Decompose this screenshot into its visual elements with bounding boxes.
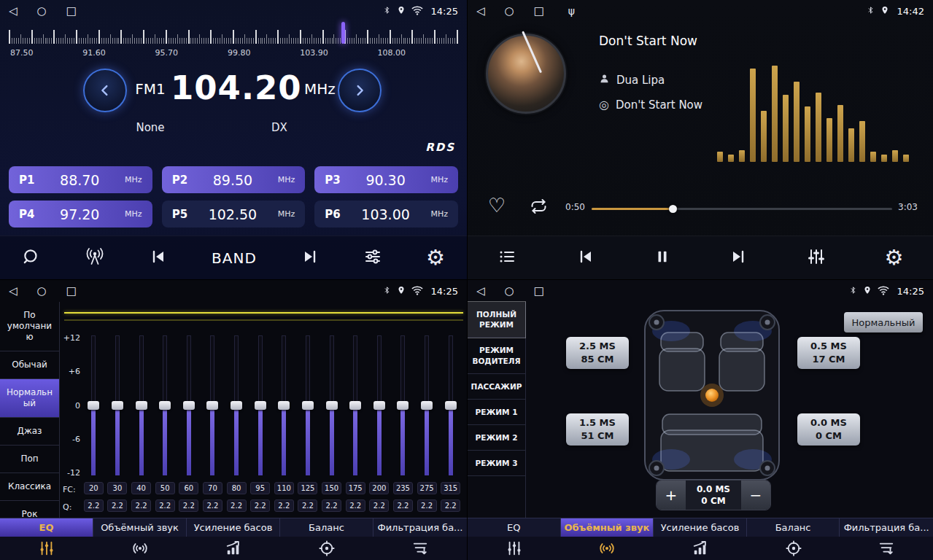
eq-slider-handle[interactable] [206, 401, 218, 410]
eq-band-slider[interactable] [373, 335, 385, 475]
back-icon[interactable]: ◁ [476, 286, 485, 297]
eq-icon[interactable] [506, 540, 522, 556]
pause-button[interactable] [654, 248, 670, 268]
audio-settings-button[interactable] [363, 248, 382, 268]
eq-band-slider[interactable] [349, 335, 361, 475]
tab-filter[interactable]: Фильтрация ба... [373, 518, 467, 537]
preset-P6[interactable]: P6103.00MHz [314, 201, 458, 228]
mode-item[interactable]: ПАССАЖИР [468, 374, 525, 400]
progress-slider[interactable] [592, 205, 892, 212]
eq-slider-handle[interactable] [349, 401, 361, 410]
filter-icon[interactable] [878, 540, 895, 556]
tab-bass[interactable]: Усиление басов [187, 518, 280, 537]
eq-preset-item[interactable]: Джаз [0, 418, 59, 446]
filter-icon[interactable] [411, 540, 429, 556]
mode-item[interactable]: РЕЖИМ 3 [468, 451, 525, 476]
eq-slider-handle[interactable] [302, 401, 314, 410]
tune-up-button[interactable] [338, 69, 382, 112]
eq-slider-handle[interactable] [373, 401, 385, 410]
recents-icon[interactable]: □ [66, 286, 77, 297]
tab-bass[interactable]: Усиление басов [654, 518, 747, 537]
home-icon[interactable]: ○ [505, 286, 514, 297]
previous-track-button[interactable] [576, 248, 595, 268]
preset-P1[interactable]: P188.70MHz [9, 166, 152, 193]
mode-item[interactable]: РЕЖИМ 2 [468, 425, 525, 451]
eq-slider-handle[interactable] [255, 401, 266, 410]
eq-slider-handle[interactable] [231, 401, 242, 410]
previous-station-button[interactable] [149, 248, 168, 268]
scan-button[interactable] [22, 247, 41, 268]
home-icon[interactable]: ○ [37, 286, 47, 297]
eq-slider-handle[interactable] [159, 401, 171, 410]
tuner-mode-button[interactable] [85, 247, 105, 268]
eq-slider-handle[interactable] [88, 401, 99, 410]
home-icon[interactable]: ○ [37, 6, 47, 17]
increase-delay-button[interactable]: + [657, 481, 686, 510]
delay-front-right[interactable]: 0.5 MS 17 CM [797, 337, 860, 369]
mode-item[interactable]: ПОЛНЫЙ РЕЖИМ [468, 302, 525, 338]
preset-P2[interactable]: P289.50MHz [162, 166, 306, 193]
eq-band-slider[interactable] [421, 335, 433, 475]
playlist-button[interactable] [497, 248, 517, 268]
eq-band-slider[interactable] [278, 335, 290, 475]
eq-preset-item[interactable]: По умолчанию [0, 302, 59, 351]
eq-icon[interactable] [39, 540, 55, 556]
surround-icon[interactable] [598, 540, 616, 556]
recents-icon[interactable]: □ [534, 286, 544, 297]
balance-icon[interactable] [786, 540, 802, 556]
tab-surround[interactable]: Объёмный звук [93, 518, 187, 537]
eq-preset-item[interactable]: Поп [0, 446, 59, 473]
settings-button[interactable]: ⚙ [885, 247, 904, 268]
tab-eq[interactable]: EQ [0, 518, 93, 537]
delay-rear-left[interactable]: 1.5 MS 51 CM [566, 413, 629, 446]
eq-slider-handle[interactable] [112, 401, 123, 410]
eq-slider-handle[interactable] [397, 401, 409, 410]
eq-slider-handle[interactable] [445, 401, 457, 410]
eq-preset-item[interactable]: Классика [0, 473, 59, 501]
tune-down-button[interactable] [83, 69, 127, 112]
preset-P3[interactable]: P390.30MHz [314, 166, 458, 193]
surround-icon[interactable] [131, 540, 149, 556]
decrease-delay-button[interactable]: − [741, 481, 770, 510]
home-icon[interactable]: ○ [505, 6, 514, 17]
delay-rear-right[interactable]: 0.0 MS 0 CM [797, 413, 860, 446]
tab-balance[interactable]: Баланс [280, 518, 373, 537]
repeat-button[interactable] [529, 198, 549, 217]
eq-band-slider[interactable] [183, 335, 195, 475]
delay-front-left[interactable]: 2.5 MS 85 CM [566, 337, 629, 369]
preset-P5[interactable]: P5102.50MHz [162, 201, 306, 228]
bass-icon[interactable] [225, 540, 241, 556]
favorite-icon[interactable]: ♡ [488, 195, 506, 215]
eq-band-slider[interactable] [206, 335, 218, 475]
eq-slider-handle[interactable] [183, 401, 195, 410]
tab-eq[interactable]: EQ [468, 518, 561, 537]
eq-band-slider[interactable] [231, 335, 242, 475]
mode-item[interactable]: РЕЖИМ 1 [468, 400, 525, 425]
eq-slider-handle[interactable] [278, 401, 290, 410]
next-track-button[interactable] [729, 248, 748, 268]
eq-band-slider[interactable] [255, 335, 266, 475]
frequency-scale[interactable]: 87.5091.6095.7099.80103.90108.00 [9, 23, 458, 60]
progress-thumb[interactable] [669, 205, 677, 213]
tab-filter[interactable]: Фильтрация ба... [840, 518, 933, 537]
balance-icon[interactable] [319, 540, 335, 556]
eq-band-slider[interactable] [397, 335, 409, 475]
eq-band-slider[interactable] [88, 335, 99, 475]
eq-band-slider[interactable] [445, 335, 457, 475]
equalizer-button[interactable] [807, 248, 826, 268]
eq-band-slider[interactable] [112, 335, 123, 475]
settings-button[interactable]: ⚙ [426, 247, 445, 268]
eq-preset-item[interactable]: Обычай [0, 351, 59, 379]
eq-band-slider[interactable] [302, 335, 314, 475]
eq-slider-handle[interactable] [136, 401, 147, 410]
eq-slider-handle[interactable] [326, 401, 338, 410]
eq-slider-handle[interactable] [421, 401, 433, 410]
recents-icon[interactable]: □ [534, 6, 544, 17]
band-button[interactable]: BAND [212, 249, 257, 267]
back-icon[interactable]: ◁ [476, 6, 485, 17]
eq-band-slider[interactable] [159, 335, 171, 475]
back-icon[interactable]: ◁ [9, 6, 18, 17]
tab-surround[interactable]: Объёмный звук [561, 518, 654, 537]
preset-P4[interactable]: P497.20MHz [9, 201, 152, 228]
sound-preset-button[interactable]: Нормальный [844, 312, 923, 332]
